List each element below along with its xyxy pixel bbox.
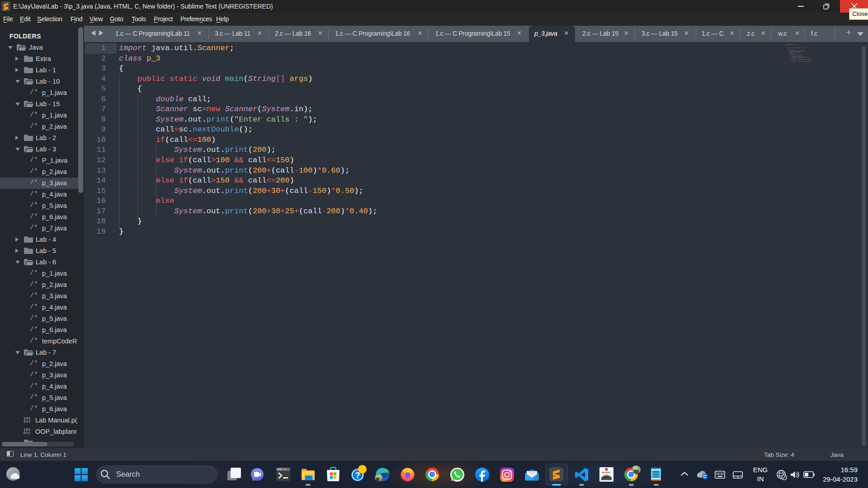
svg-text:ASPHALT: ASPHALT xyxy=(602,471,611,474)
